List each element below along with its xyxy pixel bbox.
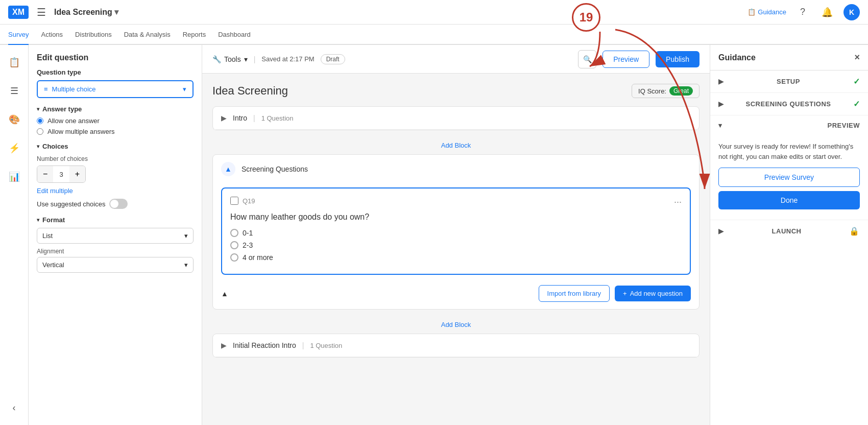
setup-label: SETUP [777, 78, 800, 85]
guidance-close-button[interactable]: × [854, 52, 860, 63]
allow-one-answer-label: Allow one answer [47, 117, 100, 125]
block-collapse-btn[interactable]: ▲ [221, 290, 228, 298]
format-header[interactable]: ▾ Format [37, 216, 194, 224]
tab-data-analysis[interactable]: Data & Analysis [124, 25, 171, 45]
answer-type-header[interactable]: ▾ Answer type [37, 105, 194, 113]
tab-reports[interactable]: Reports [183, 25, 206, 45]
answer-type-label: Answer type [42, 105, 82, 113]
main-content: 🔧 Tools ▾ | Saved at 2:17 PM Draft 🔍 Pre… [202, 45, 710, 425]
add-block-row-2[interactable]: Add Block [212, 316, 700, 334]
tools-caret-icon: ▾ [244, 55, 248, 63]
add-block-row-1[interactable]: Add Block [212, 136, 700, 154]
answer-label-2: 2-3 [243, 241, 253, 249]
done-button[interactable]: Done [718, 191, 860, 209]
guidance-launch-item[interactable]: ▶ LAUNCH 🔒 [710, 220, 868, 242]
help-icon[interactable]: ? [794, 4, 811, 20]
sidebar-flows-icon[interactable]: ⚡ [5, 139, 23, 157]
sub-nav: Survey Actions Distributions Data & Anal… [0, 25, 868, 45]
preview-survey-button[interactable]: Preview Survey [718, 168, 860, 187]
add-new-question-button[interactable]: + Add new question [615, 286, 691, 301]
choices-section: ▾ Choices Number of choices − 3 + Edit m… [37, 143, 194, 209]
sidebar-design-icon[interactable]: 🎨 [5, 110, 23, 129]
screening-block-toggle[interactable]: ▲ [221, 162, 235, 176]
format-arrow-icon: ▾ [37, 217, 39, 223]
iq-value-badge: Great [669, 86, 693, 96]
guidance-preview-item: ▾ PREVIEW Your survey is ready for revie… [710, 115, 868, 220]
format-options: List ▾ Alignment Vertical ▾ [37, 228, 194, 273]
guidance-setup-header[interactable]: ▶ SETUP ✓ [710, 70, 868, 92]
sidebar-collapse-icon[interactable]: ‹ [5, 398, 23, 417]
tab-actions[interactable]: Actions [41, 25, 63, 45]
guidance-header: Guidance × [710, 45, 868, 70]
intro-block-toggle[interactable]: ▶ [221, 114, 227, 122]
choices-header[interactable]: ▾ Choices [37, 143, 194, 150]
setup-check-icon: ✓ [853, 77, 860, 86]
format-section: ▾ Format List ▾ Alignment Vertical ▾ [37, 216, 194, 273]
question-type-label: Question type [37, 68, 194, 76]
guidance-screening-header[interactable]: ▶ SCREENING QUESTIONS ✓ [710, 93, 868, 115]
guidance-screening-item: ▶ SCREENING QUESTIONS ✓ [710, 93, 868, 115]
sidebar-table-icon[interactable]: 📊 [5, 168, 23, 186]
sidebar-list-icon[interactable]: ☰ [5, 82, 23, 100]
tab-dashboard[interactable]: Dashboard [218, 25, 251, 45]
guidance-nav-link[interactable]: 📋 Guidance [748, 8, 786, 16]
tab-survey[interactable]: Survey [8, 25, 29, 45]
intro-block-count: 1 Question [261, 114, 294, 122]
bell-icon[interactable]: 🔔 [819, 4, 835, 20]
answer-option-1: 0-1 [230, 229, 682, 237]
edit-panel-title: Edit question [37, 53, 194, 62]
intro-block-header: ▶ Intro | 1 Question [213, 107, 699, 130]
suggested-choices-label: Use suggested choices [37, 200, 105, 208]
launch-caret-icon: ▶ [718, 227, 724, 235]
question-type-value: Multiple choice [52, 85, 96, 93]
initial-block-toggle[interactable]: ▶ [221, 341, 227, 349]
answer-label-3: 4 or more [243, 253, 273, 262]
survey-title-nav: Idea Screening ▾ [54, 7, 118, 17]
preview-button[interactable]: Preview [602, 51, 649, 68]
alignment-arrow-icon: ▾ [184, 261, 188, 269]
allow-one-answer-option[interactable]: Allow one answer [37, 117, 194, 125]
search-button[interactable]: 🔍 [578, 50, 596, 68]
tools-button[interactable]: 🔧 Tools ▾ [212, 55, 248, 63]
question-more-button[interactable]: ··· [674, 197, 682, 207]
edit-multiple-link[interactable]: Edit multiple [37, 187, 194, 195]
question-type-icon: ≡ [44, 85, 48, 93]
allow-one-answer-radio[interactable] [37, 117, 43, 124]
alignment-value: Vertical [42, 261, 64, 269]
tools-label: Tools [224, 55, 241, 63]
increment-button[interactable]: + [69, 166, 85, 182]
answer-type-options: Allow one answer Allow multiple answers [37, 117, 194, 135]
question-checkbox[interactable] [230, 197, 238, 205]
avatar[interactable]: K [843, 4, 860, 20]
resize-handle[interactable] [200, 45, 202, 425]
initial-block-count: 1 Question [310, 342, 342, 349]
survey-content: Idea Screening IQ Score: Great ▶ Intro |… [202, 74, 710, 425]
xm-logo[interactable]: XM [8, 6, 29, 19]
screening-header: ▲ Screening Questions [213, 155, 699, 183]
question-type-dropdown[interactable]: ≡ Multiple choice ▾ [37, 80, 194, 98]
guidance-preview-description: Your survey is ready for review! If some… [718, 141, 860, 161]
choices-arrow-icon: ▾ [37, 144, 39, 149]
tab-distributions[interactable]: Distributions [75, 25, 112, 45]
alignment-dropdown[interactable]: Vertical ▾ [37, 257, 194, 273]
iq-score: IQ Score: Great [632, 84, 700, 98]
title-caret-icon[interactable]: ▾ [114, 7, 118, 17]
question-actions: ▲ Import from library + Add new question [213, 279, 699, 309]
save-status: Saved at 2:17 PM [261, 55, 314, 63]
sidebar-survey-icon[interactable]: 📋 [5, 53, 23, 72]
screening-caret-icon: ▶ [718, 100, 724, 108]
list-dropdown[interactable]: List ▾ [37, 228, 194, 244]
intro-separator: | [253, 114, 255, 122]
decrement-button[interactable]: − [37, 166, 53, 182]
answer-radio-2 [230, 241, 238, 249]
question-text[interactable]: How many leather goods do you own? [230, 212, 682, 222]
guidance-preview-header[interactable]: ▾ PREVIEW [710, 115, 868, 135]
guidance-panel: Guidance × ▶ SETUP ✓ ▶ SCREENING QUESTIO… [710, 45, 868, 425]
allow-multiple-answers-option[interactable]: Allow multiple answers [37, 128, 194, 135]
suggested-choices-toggle[interactable] [109, 199, 128, 209]
publish-button[interactable]: Publish [656, 51, 700, 67]
allow-multiple-answers-radio[interactable] [37, 128, 43, 135]
preview-caret-icon: ▾ [718, 122, 722, 129]
hamburger-icon[interactable]: ☰ [37, 6, 46, 18]
import-from-library-button[interactable]: Import from library [539, 285, 610, 302]
